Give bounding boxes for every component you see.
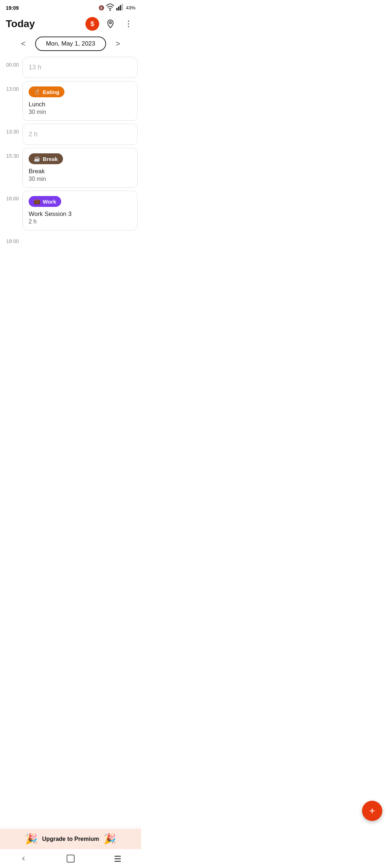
event-block-work[interactable]: 💼 Work Work Session 3 2 h — [22, 191, 138, 230]
break-icon: ☕ — [34, 156, 41, 162]
time-label-1: 13:00 — [4, 81, 22, 92]
svg-rect-2 — [118, 7, 119, 10]
timeline: 00:00 13 h 13:00 🍴 Eating Lunch 30 min 1… — [0, 57, 141, 273]
work-label: Work — [43, 199, 56, 205]
date-navigation: < Mon, May 1, 2023 > — [0, 35, 141, 57]
work-icon: 💼 — [34, 198, 41, 205]
time-label-5: 18:00 — [4, 233, 22, 244]
category-badge-break: ☕ Break — [29, 153, 63, 164]
next-date-button[interactable]: > — [112, 38, 124, 50]
gap-duration-2: 2 h — [29, 131, 38, 138]
svg-point-0 — [110, 10, 110, 10]
timeline-row-2: 13:30 2 h — [0, 124, 141, 148]
gap-duration-0: 13 h — [29, 64, 41, 71]
svg-rect-4 — [122, 4, 123, 10]
event-duration-work: 2 h — [29, 218, 131, 225]
eating-icon: 🍴 — [34, 89, 41, 95]
timeline-row-3: 15:30 ☕ Break Break 30 min — [0, 148, 141, 191]
status-time: 19:09 — [6, 5, 19, 11]
event-duration-eating: 30 min — [29, 109, 131, 115]
event-block-break[interactable]: ☕ Break Break 30 min — [22, 148, 138, 188]
status-battery: 43% — [126, 5, 135, 10]
dollar-icon: $ — [91, 20, 94, 28]
svg-point-6 — [128, 21, 129, 22]
svg-rect-1 — [116, 8, 118, 10]
more-icon — [124, 19, 133, 29]
status-mute-icon: 🔇 — [98, 5, 104, 10]
eating-label: Eating — [43, 89, 59, 95]
premium-button[interactable]: $ — [85, 17, 99, 31]
header: Today $ — [0, 14, 141, 35]
svg-point-5 — [109, 22, 111, 24]
status-signal-icon — [116, 3, 125, 13]
category-badge-work: 💼 Work — [29, 196, 61, 207]
timeline-row-1: 13:00 🍴 Eating Lunch 30 min — [0, 81, 141, 124]
timeline-row-0: 00:00 13 h — [0, 57, 141, 81]
time-label-2: 13:30 — [4, 124, 22, 135]
prev-date-button[interactable]: < — [17, 38, 29, 50]
more-button[interactable] — [122, 17, 135, 31]
location-icon — [106, 19, 115, 29]
current-date[interactable]: Mon, May 1, 2023 — [35, 37, 106, 51]
event-name-work: Work Session 3 — [29, 210, 131, 218]
status-bar: 19:09 🔇 43% — [0, 0, 141, 14]
timeline-row-5: 18:00 — [0, 233, 141, 244]
status-wifi-icon — [106, 3, 114, 13]
location-button[interactable] — [104, 17, 117, 31]
break-label: Break — [43, 156, 58, 162]
gap-block-2[interactable]: 2 h — [22, 124, 138, 145]
timeline-row-4: 16:00 💼 Work Work Session 3 2 h — [0, 191, 141, 233]
page-title: Today — [6, 18, 35, 30]
time-label-3: 15:30 — [4, 148, 22, 159]
event-name-eating: Lunch — [29, 101, 131, 108]
event-name-break: Break — [29, 168, 131, 175]
event-duration-break: 30 min — [29, 176, 131, 182]
svg-rect-3 — [120, 5, 121, 10]
status-icons: 🔇 43% — [98, 3, 135, 13]
time-label-4: 16:00 — [4, 191, 22, 201]
svg-point-7 — [128, 23, 129, 24]
svg-point-8 — [128, 26, 129, 27]
event-block-eating[interactable]: 🍴 Eating Lunch 30 min — [22, 81, 138, 121]
gap-block-0[interactable]: 13 h — [22, 57, 138, 78]
time-label-0: 00:00 — [4, 57, 22, 68]
category-badge-eating: 🍴 Eating — [29, 86, 64, 97]
header-actions: $ — [85, 17, 135, 31]
